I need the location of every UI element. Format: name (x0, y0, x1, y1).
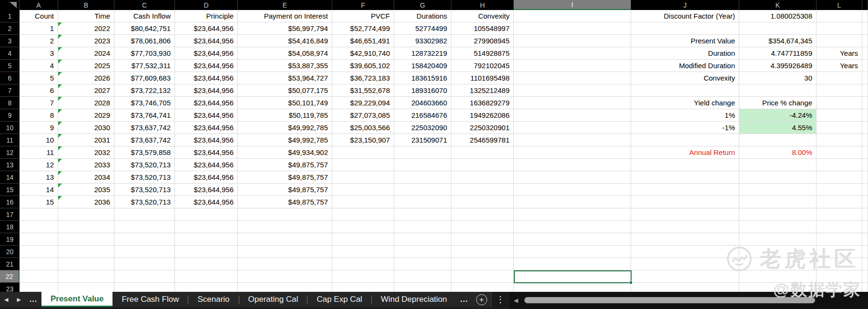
cell-A3[interactable]: 2 (20, 35, 58, 47)
cell-L10[interactable] (817, 122, 862, 134)
cell-L7[interactable] (817, 84, 862, 97)
cell-I9[interactable] (514, 109, 631, 122)
column-header-E[interactable]: E (238, 0, 332, 10)
cell-H7[interactable]: 1325212489 (451, 84, 514, 97)
cell-G6[interactable]: 183615916 (394, 72, 451, 84)
cell-E20[interactable] (238, 246, 332, 258)
cell-J18[interactable] (631, 221, 739, 233)
cell-C16[interactable]: $73,520,713 (114, 196, 175, 208)
cell-A13[interactable]: 12 (20, 159, 58, 171)
row-header-15[interactable]: 15 (0, 184, 20, 196)
cell-x2[interactable] (862, 22, 868, 35)
row-header-1[interactable]: 1 (0, 10, 20, 22)
cell-F1[interactable]: PVCF (332, 10, 394, 22)
row-header-18[interactable]: 18 (0, 221, 20, 233)
cell-J16[interactable] (631, 196, 739, 208)
cell-x19[interactable] (862, 233, 868, 246)
fill-handle[interactable] (629, 281, 633, 284)
row-header-14[interactable]: 14 (0, 171, 20, 184)
cell-A17[interactable] (20, 208, 58, 221)
row-header-7[interactable]: 7 (0, 84, 20, 97)
cell-H23[interactable] (451, 283, 514, 292)
horizontal-scrollbar[interactable]: ◀ (510, 292, 868, 309)
row-header-21[interactable]: 21 (0, 258, 20, 270)
cell-H10[interactable]: 2250320901 (451, 122, 514, 134)
cell-J10[interactable]: -1% (631, 122, 739, 134)
cell-K19[interactable] (739, 233, 817, 246)
cell-B8[interactable]: 2028 (58, 97, 114, 109)
more-tabs-left-icon[interactable]: … (25, 292, 41, 307)
cell-C22[interactable] (114, 270, 175, 283)
column-header-K[interactable]: K (739, 0, 817, 10)
column-header-overflow[interactable] (862, 0, 868, 10)
cell-D6[interactable]: $23,644,956 (175, 72, 238, 84)
cell-C2[interactable]: $80,642,751 (114, 22, 175, 35)
cell-C1[interactable]: Cash Inflow (114, 10, 175, 22)
more-tabs-right-icon[interactable]: … (456, 292, 472, 307)
cell-K16[interactable] (739, 196, 817, 208)
cell-D10[interactable]: $23,644,956 (175, 122, 238, 134)
cell-K21[interactable] (739, 258, 817, 270)
cell-E18[interactable] (238, 221, 332, 233)
cell-J22[interactable] (631, 270, 739, 283)
cell-J11[interactable] (631, 134, 739, 146)
cell-K5[interactable]: 4.395926489 (739, 60, 817, 72)
cell-D15[interactable]: $23,644,956 (175, 184, 238, 196)
cell-K4[interactable]: 4.747711859 (739, 47, 817, 60)
scrollbar-thumb[interactable] (524, 297, 815, 303)
cell-K3[interactable]: $354,674,345 (739, 35, 817, 47)
cell-K2[interactable] (739, 22, 817, 35)
cell-J20[interactable] (631, 246, 739, 258)
cell-B5[interactable]: 2025 (58, 60, 114, 72)
cell-G22[interactable] (394, 270, 451, 283)
cell-D18[interactable] (175, 221, 238, 233)
cell-G21[interactable] (394, 258, 451, 270)
cell-H3[interactable]: 279908945 (451, 35, 514, 47)
cell-E13[interactable]: $49,875,757 (238, 159, 332, 171)
cell-L4[interactable]: Years (817, 47, 862, 60)
cell-G12[interactable] (394, 146, 451, 159)
cell-L16[interactable] (817, 196, 862, 208)
cell-J12[interactable]: Annual Return (631, 146, 739, 159)
cell-K14[interactable] (739, 171, 817, 184)
cell-B22[interactable] (58, 270, 114, 283)
cell-A1[interactable]: Count (20, 10, 58, 22)
cell-F11[interactable]: $23,150,907 (332, 134, 394, 146)
cell-C21[interactable] (114, 258, 175, 270)
cell-H18[interactable] (451, 221, 514, 233)
cell-H17[interactable] (451, 208, 514, 221)
cell-L1[interactable] (817, 10, 862, 22)
cell-H16[interactable] (451, 196, 514, 208)
cell-F10[interactable]: $25,003,566 (332, 122, 394, 134)
cell-C18[interactable] (114, 221, 175, 233)
cell-x5[interactable] (862, 60, 868, 72)
cell-K18[interactable] (739, 221, 817, 233)
cell-L2[interactable] (817, 22, 862, 35)
row-header-4[interactable]: 4 (0, 47, 20, 60)
cell-F19[interactable] (332, 233, 394, 246)
cell-J13[interactable] (631, 159, 739, 171)
cell-x20[interactable] (862, 246, 868, 258)
cell-I8[interactable] (514, 97, 631, 109)
cell-B2[interactable]: 2022 (58, 22, 114, 35)
cell-F23[interactable] (332, 283, 394, 292)
cell-K23[interactable] (739, 283, 817, 292)
cell-B21[interactable] (58, 258, 114, 270)
cell-I10[interactable] (514, 122, 631, 134)
cell-D12[interactable]: $23,644,956 (175, 146, 238, 159)
cell-L15[interactable] (817, 184, 862, 196)
cell-J14[interactable] (631, 171, 739, 184)
cell-G23[interactable] (394, 283, 451, 292)
cell-H15[interactable] (451, 184, 514, 196)
cell-C20[interactable] (114, 246, 175, 258)
cell-F21[interactable] (332, 258, 394, 270)
cell-A5[interactable]: 4 (20, 60, 58, 72)
cell-L22[interactable] (817, 270, 862, 283)
cell-B7[interactable]: 2027 (58, 84, 114, 97)
cell-F8[interactable]: $29,229,094 (332, 97, 394, 109)
column-header-H[interactable]: H (451, 0, 514, 10)
cell-E16[interactable]: $49,875,757 (238, 196, 332, 208)
cell-K12[interactable]: 8.00% (739, 146, 817, 159)
row-header-6[interactable]: 6 (0, 72, 20, 84)
cell-A16[interactable]: 15 (20, 196, 58, 208)
